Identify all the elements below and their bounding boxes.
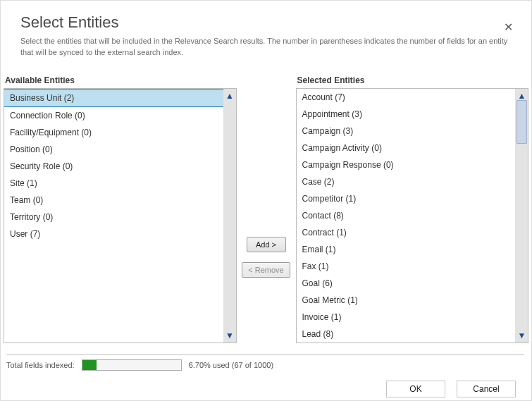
selected-scrollbar[interactable]: ▲ ▼	[515, 89, 528, 343]
list-item[interactable]: Lead (8)	[297, 326, 516, 343]
index-progress-bar	[82, 359, 182, 371]
available-scrollbar[interactable]: ▲ ▼	[223, 89, 236, 343]
scroll-up-icon[interactable]: ▲	[225, 92, 234, 100]
ok-button[interactable]: OK	[386, 381, 445, 397]
dialog-buttons: OK Cancel	[1, 374, 531, 401]
list-item[interactable]: Business Unit (2)	[4, 89, 223, 107]
scroll-up-icon[interactable]: ▲	[518, 92, 526, 100]
list-item[interactable]: Team (0)	[4, 192, 223, 209]
list-item[interactable]: Competitor (1)	[297, 190, 516, 207]
list-item[interactable]: Account (7)	[297, 89, 516, 106]
list-item[interactable]: Security Role (0)	[4, 158, 223, 175]
transfer-buttons: Add > < Remove	[241, 73, 292, 343]
header: Select Entities Select the entities that…	[1, 1, 531, 68]
available-list: Business Unit (2)Connection Role (0)Faci…	[4, 89, 223, 343]
selected-list: Account (7)Appointment (3)Campaign (3)Ca…	[297, 89, 516, 343]
selected-panel: Selected Entities Account (7)Appointment…	[296, 73, 529, 343]
list-item[interactable]: Contact (8)	[297, 207, 516, 224]
list-item[interactable]: Invoice (1)	[297, 309, 516, 326]
dialog-description: Select the entities that will be include…	[20, 36, 512, 58]
index-progress-fill	[82, 360, 97, 370]
list-item[interactable]: Contract (1)	[297, 224, 516, 241]
list-item[interactable]: User (7)	[4, 226, 223, 242]
cancel-button[interactable]: Cancel	[457, 381, 516, 397]
close-icon[interactable]: ✕	[504, 20, 513, 34]
body: Available Entities Business Unit (2)Conn…	[1, 70, 531, 349]
selected-listbox[interactable]: Account (7)Appointment (3)Campaign (3)Ca…	[296, 88, 529, 343]
list-item[interactable]: Site (1)	[4, 175, 223, 192]
status-bar: Total fields indexed: 6.70% used (67 of …	[1, 349, 531, 374]
available-listbox[interactable]: Business Unit (2)Connection Role (0)Faci…	[4, 88, 237, 343]
list-item[interactable]: Position (0)	[4, 141, 223, 158]
list-item[interactable]: Email (1)	[297, 241, 516, 258]
list-item[interactable]: Campaign Response (0)	[297, 156, 516, 173]
selected-entities-label: Selected Entities	[296, 73, 529, 88]
add-button[interactable]: Add >	[247, 237, 286, 252]
list-item[interactable]: Goal Metric (1)	[297, 292, 516, 309]
dialog: Select Entities Select the entities that…	[0, 0, 532, 401]
status-label: Total fields indexed:	[6, 361, 75, 369]
scrollbar-thumb[interactable]	[516, 100, 527, 144]
status-text: 6.70% used (67 of 1000)	[189, 361, 273, 369]
available-panel: Available Entities Business Unit (2)Conn…	[4, 73, 237, 343]
list-item[interactable]: Connection Role (0)	[4, 107, 223, 124]
remove-button[interactable]: < Remove	[242, 262, 290, 278]
scroll-down-icon[interactable]: ▼	[518, 331, 526, 340]
list-item[interactable]: Territory (0)	[4, 209, 223, 226]
scroll-down-icon[interactable]: ▼	[225, 331, 234, 340]
list-item[interactable]: Fax (1)	[297, 258, 516, 275]
list-item[interactable]: Campaign Activity (0)	[297, 140, 516, 156]
available-entities-label: Available Entities	[4, 73, 237, 88]
dialog-title: Select Entities	[20, 13, 512, 32]
list-item[interactable]: Facility/Equipment (0)	[4, 124, 223, 141]
list-item[interactable]: Appointment (3)	[297, 106, 516, 123]
list-item[interactable]: Goal (6)	[297, 275, 516, 292]
list-item[interactable]: Case (2)	[297, 173, 516, 190]
list-item[interactable]: Campaign (3)	[297, 123, 516, 140]
